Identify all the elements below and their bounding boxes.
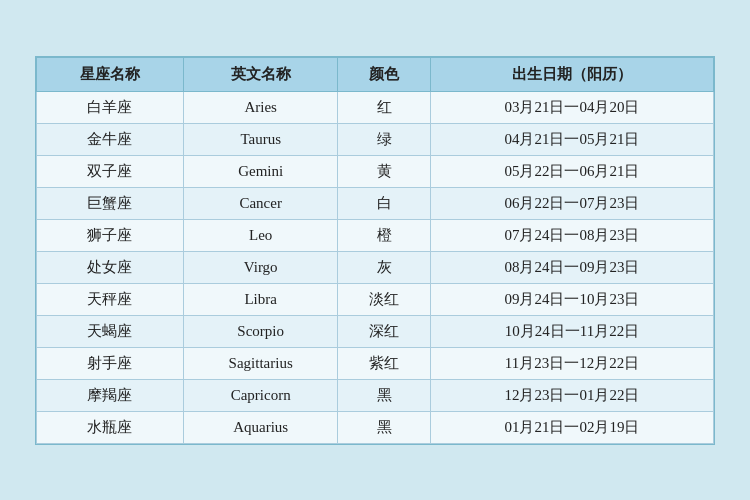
table-row: 天秤座Libra淡红09月24日一10月23日	[37, 283, 714, 315]
cell-dates: 06月22日一07月23日	[430, 187, 713, 219]
cell-chinese-name: 白羊座	[37, 91, 184, 123]
cell-chinese-name: 狮子座	[37, 219, 184, 251]
cell-chinese-name: 双子座	[37, 155, 184, 187]
cell-color: 黄	[338, 155, 431, 187]
cell-english-name: Scorpio	[183, 315, 338, 347]
cell-chinese-name: 摩羯座	[37, 379, 184, 411]
cell-color: 黑	[338, 411, 431, 443]
table-header-row: 星座名称 英文名称 颜色 出生日期（阳历）	[37, 57, 714, 91]
table-row: 狮子座Leo橙07月24日一08月23日	[37, 219, 714, 251]
header-chinese-name: 星座名称	[37, 57, 184, 91]
cell-color: 绿	[338, 123, 431, 155]
table-row: 处女座Virgo灰08月24日一09月23日	[37, 251, 714, 283]
zodiac-table-container: 星座名称 英文名称 颜色 出生日期（阳历） 白羊座Aries红03月21日一04…	[35, 56, 715, 445]
cell-color: 红	[338, 91, 431, 123]
table-body: 白羊座Aries红03月21日一04月20日金牛座Taurus绿04月21日一0…	[37, 91, 714, 443]
header-color: 颜色	[338, 57, 431, 91]
cell-color: 黑	[338, 379, 431, 411]
cell-english-name: Cancer	[183, 187, 338, 219]
header-english-name: 英文名称	[183, 57, 338, 91]
table-row: 金牛座Taurus绿04月21日一05月21日	[37, 123, 714, 155]
cell-dates: 10月24日一11月22日	[430, 315, 713, 347]
cell-dates: 09月24日一10月23日	[430, 283, 713, 315]
cell-dates: 03月21日一04月20日	[430, 91, 713, 123]
cell-english-name: Aquarius	[183, 411, 338, 443]
cell-english-name: Gemini	[183, 155, 338, 187]
cell-dates: 07月24日一08月23日	[430, 219, 713, 251]
cell-color: 淡红	[338, 283, 431, 315]
cell-chinese-name: 金牛座	[37, 123, 184, 155]
table-row: 巨蟹座Cancer白06月22日一07月23日	[37, 187, 714, 219]
cell-chinese-name: 巨蟹座	[37, 187, 184, 219]
cell-color: 白	[338, 187, 431, 219]
cell-dates: 08月24日一09月23日	[430, 251, 713, 283]
cell-chinese-name: 射手座	[37, 347, 184, 379]
cell-english-name: Virgo	[183, 251, 338, 283]
cell-english-name: Sagittarius	[183, 347, 338, 379]
cell-english-name: Aries	[183, 91, 338, 123]
cell-dates: 04月21日一05月21日	[430, 123, 713, 155]
table-row: 天蝎座Scorpio深红10月24日一11月22日	[37, 315, 714, 347]
cell-color: 紫红	[338, 347, 431, 379]
table-row: 摩羯座Capricorn黑12月23日一01月22日	[37, 379, 714, 411]
cell-chinese-name: 天蝎座	[37, 315, 184, 347]
table-row: 水瓶座Aquarius黑01月21日一02月19日	[37, 411, 714, 443]
table-row: 射手座Sagittarius紫红11月23日一12月22日	[37, 347, 714, 379]
cell-color: 橙	[338, 219, 431, 251]
cell-chinese-name: 处女座	[37, 251, 184, 283]
table-row: 白羊座Aries红03月21日一04月20日	[37, 91, 714, 123]
cell-color: 灰	[338, 251, 431, 283]
cell-english-name: Leo	[183, 219, 338, 251]
cell-dates: 12月23日一01月22日	[430, 379, 713, 411]
cell-chinese-name: 天秤座	[37, 283, 184, 315]
cell-dates: 01月21日一02月19日	[430, 411, 713, 443]
zodiac-table: 星座名称 英文名称 颜色 出生日期（阳历） 白羊座Aries红03月21日一04…	[36, 57, 714, 444]
cell-english-name: Libra	[183, 283, 338, 315]
table-row: 双子座Gemini黄05月22日一06月21日	[37, 155, 714, 187]
cell-color: 深红	[338, 315, 431, 347]
cell-english-name: Taurus	[183, 123, 338, 155]
cell-dates: 05月22日一06月21日	[430, 155, 713, 187]
cell-dates: 11月23日一12月22日	[430, 347, 713, 379]
header-dates: 出生日期（阳历）	[430, 57, 713, 91]
cell-english-name: Capricorn	[183, 379, 338, 411]
cell-chinese-name: 水瓶座	[37, 411, 184, 443]
